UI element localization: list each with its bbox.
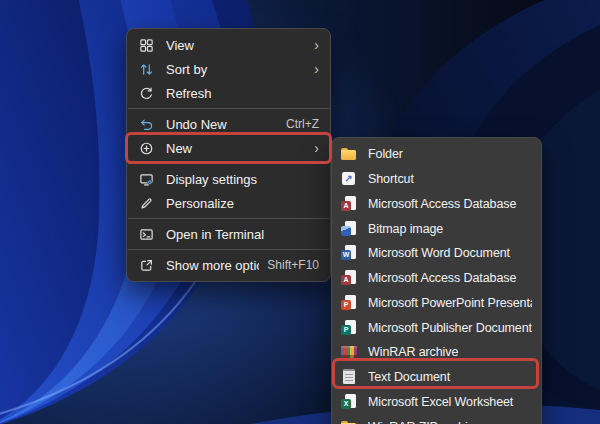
refresh-icon bbox=[138, 85, 154, 101]
menu-item-label: View bbox=[166, 38, 306, 53]
personalize-icon bbox=[138, 195, 154, 211]
menu-separator bbox=[128, 163, 329, 164]
menu-item-new[interactable]: New › bbox=[127, 136, 330, 160]
chevron-right-icon: › bbox=[314, 62, 319, 76]
menu-item-label: Sort by bbox=[166, 62, 306, 77]
menu-item-open-in-terminal[interactable]: Open in Terminal bbox=[127, 222, 330, 246]
folder-icon bbox=[341, 146, 357, 162]
access-icon: A bbox=[341, 270, 357, 286]
menu-separator bbox=[128, 108, 329, 109]
show-more-icon bbox=[138, 257, 154, 273]
menu-item-label: Bitmap image bbox=[368, 222, 532, 236]
desktop-context-menu: View › Sort by › Refresh Undo New Ctrl+Z… bbox=[126, 28, 331, 282]
submenu-item-word-document[interactable]: W Microsoft Word Document bbox=[332, 241, 541, 266]
menu-item-label: Microsoft PowerPoint Presentation bbox=[368, 296, 532, 310]
menu-item-view[interactable]: View › bbox=[127, 33, 330, 57]
menu-item-label: Open in Terminal bbox=[166, 227, 319, 242]
winrar-zip-icon bbox=[341, 419, 357, 424]
menu-item-label: Microsoft Access Database bbox=[368, 271, 532, 285]
menu-item-label: Show more options bbox=[166, 258, 259, 273]
new-submenu: Folder ↗ Shortcut A Microsoft Access Dat… bbox=[331, 137, 542, 424]
submenu-item-access-database-1[interactable]: A Microsoft Access Database bbox=[332, 192, 541, 217]
shortcut-label: Ctrl+Z bbox=[286, 117, 319, 131]
submenu-item-bitmap-image[interactable]: Bitmap image bbox=[332, 216, 541, 241]
bitmap-icon bbox=[341, 221, 357, 237]
menu-item-label: WinRAR archive bbox=[368, 345, 532, 359]
submenu-item-excel-worksheet[interactable]: X Microsoft Excel Worksheet bbox=[332, 390, 541, 415]
menu-separator bbox=[128, 249, 329, 250]
submenu-item-folder[interactable]: Folder bbox=[332, 142, 541, 167]
menu-item-label: Microsoft Publisher Document bbox=[368, 321, 532, 335]
word-icon: W bbox=[341, 245, 357, 261]
submenu-item-publisher-document[interactable]: P Microsoft Publisher Document bbox=[332, 315, 541, 340]
view-grid-icon bbox=[138, 37, 154, 53]
access-icon: A bbox=[341, 196, 357, 212]
sort-icon bbox=[138, 61, 154, 77]
menu-item-label: Folder bbox=[368, 147, 532, 161]
menu-item-sort-by[interactable]: Sort by › bbox=[127, 57, 330, 81]
menu-item-label: Text Document bbox=[368, 370, 532, 384]
excel-icon: X bbox=[341, 394, 357, 410]
powerpoint-icon: P bbox=[341, 295, 357, 311]
menu-item-label: Refresh bbox=[166, 86, 319, 101]
menu-item-refresh[interactable]: Refresh bbox=[127, 81, 330, 105]
submenu-item-winrar-zip-archive[interactable]: WinRAR ZIP archive bbox=[332, 414, 541, 424]
menu-item-label: Shortcut bbox=[368, 172, 532, 186]
shortcut-label: Shift+F10 bbox=[267, 258, 319, 272]
menu-item-label: WinRAR ZIP archive bbox=[368, 420, 532, 424]
display-settings-icon bbox=[138, 171, 154, 187]
submenu-item-text-document[interactable]: Text Document bbox=[332, 365, 541, 390]
menu-item-personalize[interactable]: Personalize bbox=[127, 191, 330, 215]
undo-icon bbox=[138, 116, 154, 132]
menu-item-undo-new[interactable]: Undo New Ctrl+Z bbox=[127, 112, 330, 136]
chevron-right-icon: › bbox=[314, 38, 319, 52]
terminal-icon bbox=[138, 226, 154, 242]
submenu-item-access-database-2[interactable]: A Microsoft Access Database bbox=[332, 266, 541, 291]
menu-item-label: New bbox=[166, 141, 306, 156]
menu-item-display-settings[interactable]: Display settings bbox=[127, 167, 330, 191]
menu-item-label: Personalize bbox=[166, 196, 319, 211]
submenu-item-winrar-archive[interactable]: WinRAR archive bbox=[332, 340, 541, 365]
publisher-icon: P bbox=[341, 320, 357, 336]
menu-item-label: Microsoft Word Document bbox=[368, 246, 532, 260]
text-document-icon bbox=[341, 369, 357, 385]
shortcut-icon: ↗ bbox=[341, 171, 357, 187]
new-plus-icon bbox=[138, 140, 154, 156]
winrar-archive-icon bbox=[341, 344, 357, 360]
menu-item-label: Undo New bbox=[166, 117, 278, 132]
menu-separator bbox=[128, 218, 329, 219]
chevron-right-icon: › bbox=[314, 141, 319, 155]
submenu-item-shortcut[interactable]: ↗ Shortcut bbox=[332, 167, 541, 192]
menu-item-label: Microsoft Excel Worksheet bbox=[368, 395, 532, 409]
menu-item-show-more-options[interactable]: Show more options Shift+F10 bbox=[127, 253, 330, 277]
submenu-item-powerpoint-presentation[interactable]: P Microsoft PowerPoint Presentation bbox=[332, 291, 541, 316]
menu-item-label: Display settings bbox=[166, 172, 319, 187]
menu-item-label: Microsoft Access Database bbox=[368, 197, 532, 211]
